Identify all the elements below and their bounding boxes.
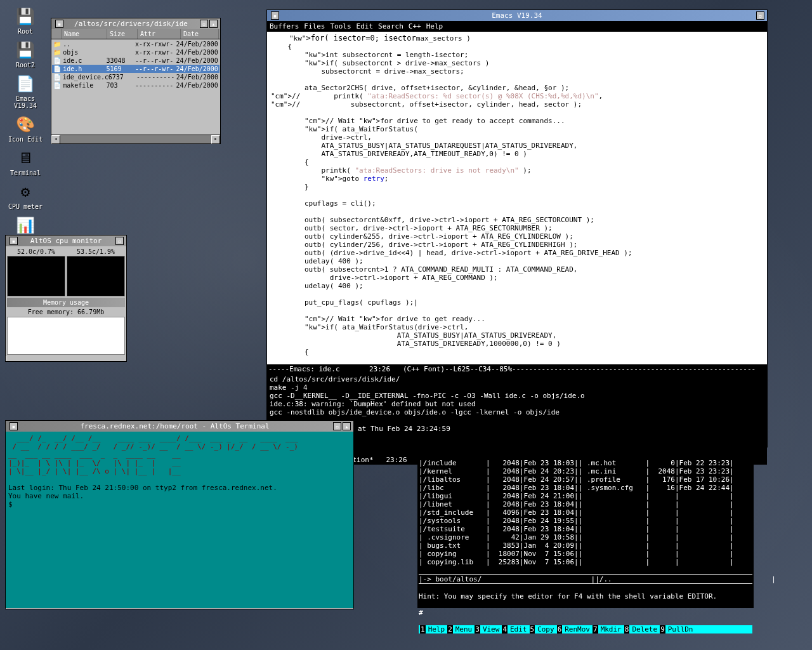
mc-row[interactable]: |/systools | 2048|Feb 24 19:55|| | | | — [419, 517, 752, 525]
file-row[interactable]: 📄ide_device.c6737----------24/Feb/2000 — [52, 73, 219, 81]
fkey-edit[interactable]: 4Edit — [502, 625, 527, 633]
cpumon-titlebar[interactable]: ▪ AltOS cpu monitor ▫ — [6, 235, 126, 246]
emacs-window: ▪ Emacs V19.34 ▫ BuffersFilesToolsEditSe… — [266, 10, 768, 448]
cpumon-title: AltOS cpu monitor — [18, 237, 114, 245]
term-close-button[interactable]: ▴ — [343, 422, 351, 430]
emacs-code-buffer[interactable]: "kw">for( isector=0; isectormax_sectors … — [267, 32, 767, 364]
cpu-monitor-window: ▪ AltOS cpu monitor ▫ 52.0c/0.7% 53.5c/1… — [5, 235, 127, 362]
root-icon[interactable]: 💾Root — [6, 6, 44, 35]
mc-file-list[interactable]: |/include | 2048|Feb 23 18:03|| .mc.hot … — [419, 459, 752, 566]
emacs-menu-button[interactable]: ▪ — [271, 11, 279, 20]
cpu1-label: 52.0c/0.7% — [7, 248, 65, 256]
mc-row[interactable]: | copying | 18007|Nov 7 15:06|| | | | — [419, 550, 752, 558]
mc-row[interactable]: |/std_include | 4096|Feb 23 18:04|| | | … — [419, 508, 752, 517]
file-row[interactable]: 📁objsx-rx-rxwr-24/Feb/2000 — [52, 48, 219, 56]
iconedit-icon[interactable]: 🎨Icon Edit — [6, 114, 44, 143]
mc-row[interactable]: |/include | 2048|Feb 23 18:03|| .mc.hot … — [419, 459, 752, 467]
fkey-menu[interactable]: 2Menu — [447, 625, 472, 633]
fm-column-headers: Name Size Attr Date — [51, 29, 220, 39]
mem-graph — [7, 317, 125, 355]
mc-row[interactable]: |/libnet | 2048|Feb 23 18:04|| | | | — [419, 500, 752, 508]
fkey-pulldn[interactable]: 9PullDn — [660, 625, 693, 633]
menu-tools[interactable]: Tools — [330, 22, 351, 30]
emacs-max-button[interactable]: ▫ — [756, 11, 764, 20]
menu-search[interactable]: Search — [378, 22, 403, 30]
menu-help[interactable]: Help — [426, 22, 443, 30]
col-attr[interactable]: Attr — [138, 29, 181, 39]
fm-close-button[interactable]: ▴ — [209, 20, 218, 28]
fm-file-list[interactable]: 📁..x-rx-rxwr-24/Feb/2000📁objsx-rx-rxwr-2… — [51, 39, 220, 135]
terminal-icon[interactable]: 🖥Terminal — [6, 148, 44, 176]
fkey-help[interactable]: 1Help — [420, 625, 445, 633]
fm-titlebar[interactable]: ▪ /altos/src/drivers/disk/ide ▫ ▴ — [51, 18, 220, 29]
emacs-icon[interactable]: 📄Emacs V19.34 — [6, 74, 44, 109]
cpu2-graph — [67, 256, 125, 296]
mc-path: |-> boot/altos/ ||/.. | — [419, 574, 752, 584]
mc-row[interactable]: |/kernel | 2048|Feb 24 20:23|| .mc.ini |… — [419, 467, 752, 475]
mem-header: Memory usage — [7, 298, 125, 307]
term-login: Last login: Thu Feb 24 21:50:00 on ttyp2… — [8, 484, 277, 492]
emacs-menubar[interactable]: BuffersFilesToolsEditSearchC++Help — [267, 21, 767, 32]
cpu2-label: 53.5c/1.9% — [67, 248, 125, 256]
mc-row[interactable]: | copying.lib | 25283|Nov 7 15:06|| | | … — [419, 558, 752, 566]
col-date[interactable]: Date — [181, 29, 219, 39]
mc-row[interactable]: |/libc | 2048|Feb 23 18:04|| .sysmon.cfg… — [419, 484, 752, 492]
fkey-mkdir[interactable]: 7Mkdir — [593, 625, 622, 633]
file-manager-window: ▪ /altos/src/drivers/disk/ide ▫ ▴ Name S… — [51, 18, 221, 144]
fm-max-button[interactable]: ▫ — [200, 20, 208, 28]
term-ascii: ___/ /_ __/ /__ /__ ____ ___ ____/ /___ … — [8, 434, 298, 475]
fkey-view[interactable]: 3View — [475, 625, 499, 633]
mc-row[interactable]: |/libgui | 2048|Feb 24 21:00|| | | | — [419, 492, 752, 500]
emacs-title: Emacs V19.34 — [279, 11, 755, 20]
mc-row[interactable]: | .cvsignore | 42|Jan 29 10:58|| | | | — [419, 533, 752, 541]
term-menu-button[interactable]: ▪ — [10, 422, 18, 430]
cpumon-max-button[interactable]: ▫ — [115, 237, 124, 245]
mc-function-keys[interactable]: 1Help2Menu3View4Edit5Copy6RenMov7Mkdir8D… — [419, 625, 752, 633]
fkey-delete[interactable]: 8Delete — [624, 625, 657, 633]
fkey-copy[interactable]: 5Copy — [530, 625, 554, 633]
menu-c++[interactable]: C++ — [409, 22, 421, 30]
col-name[interactable]: Name — [62, 29, 107, 39]
cpumeter-icon[interactable]: ⚙CPU meter — [6, 182, 44, 210]
menu-files[interactable]: Files — [304, 22, 325, 30]
file-row[interactable]: 📄ide.c33048--r--r-wr-24/Feb/2000 — [52, 56, 219, 65]
menu-buffers[interactable]: Buffers — [270, 22, 299, 30]
root2-icon[interactable]: 💾Root2 — [6, 40, 44, 69]
term-mail: You have new mail. — [8, 492, 84, 500]
col-size[interactable]: Size — [107, 29, 138, 39]
term-max-button[interactable]: ▫ — [333, 422, 341, 430]
mc-row[interactable]: |/libaltos | 2048|Feb 24 20:57|| .profil… — [419, 475, 752, 484]
mc-row[interactable]: | bugs.txt | 3853|Jan 4 20:09|| | | | — [419, 541, 752, 550]
fm-scrollbar[interactable]: ◂ ▸ — [51, 135, 220, 143]
mem-label: Free memory: 66.79Mb — [7, 307, 125, 317]
term-prompt: $ — [8, 500, 16, 508]
fm-title: /altos/src/drivers/disk/ide — [63, 20, 199, 28]
term-title: fresca.rednex.net:/home/root - AltOs Ter… — [18, 422, 332, 430]
emacs-titlebar[interactable]: ▪ Emacs V19.34 ▫ — [267, 10, 767, 21]
term-titlebar[interactable]: ▪ fresca.rednex.net:/home/root - AltOs T… — [6, 421, 353, 432]
mc-prompt[interactable]: # — [419, 609, 752, 617]
desktop-icons: 💾Root 💾Root2 📄Emacs V19.34 🎨Icon Edit 🖥T… — [6, 6, 44, 256]
file-row[interactable]: 📁..x-rx-rxwr-24/Feb/2000 — [52, 40, 219, 48]
cpumon-menu-button[interactable]: ▪ — [10, 237, 18, 245]
term-content[interactable]: ___/ /_ __/ /__ /__ ____ ___ ____/ /___ … — [6, 432, 353, 608]
file-row[interactable]: 📄ide.h5169--r--r-wr-24/Feb/2000 — [52, 65, 219, 73]
fm-menu-button[interactable]: ▪ — [55, 20, 63, 28]
fkey-renmov[interactable]: 6RenMov — [557, 625, 590, 633]
midnight-commander[interactable]: |/include | 2048|Feb 23 18:03|| .mc.hot … — [417, 449, 754, 608]
menu-edit[interactable]: Edit — [357, 22, 374, 30]
scroll-right-icon[interactable]: ▸ — [211, 135, 220, 144]
mc-hint: Hint: You may specify the editor for F4 … — [419, 592, 752, 600]
scroll-left-icon[interactable]: ◂ — [51, 135, 60, 144]
emacs-status-1: -----Emacs: ide.c 23:26 (C++ Font)--L625… — [267, 364, 767, 374]
terminal-window: ▪ fresca.rednex.net:/home/root - AltOs T… — [5, 420, 354, 609]
mc-row[interactable]: |/testsuite | 2048|Feb 23 18:04|| | | | — [419, 525, 752, 533]
cpu1-graph — [7, 256, 65, 296]
file-row[interactable]: 📄makefile703----------24/Feb/2000 — [52, 81, 219, 90]
